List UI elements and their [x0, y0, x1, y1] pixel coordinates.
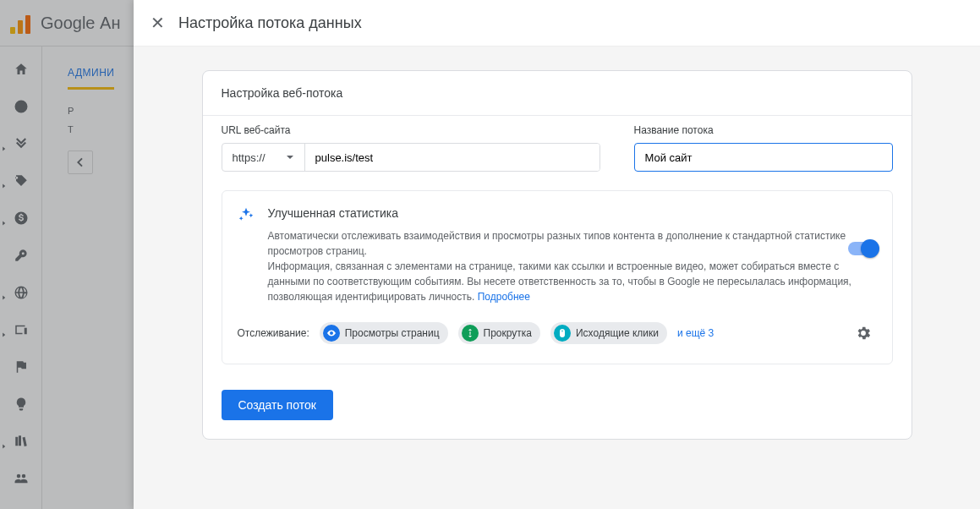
panel-title: Настройка потока данных — [178, 14, 362, 32]
sparkle-icon — [238, 206, 255, 227]
stream-name-label: Название потока — [634, 124, 893, 136]
card-title: Настройка веб-потока — [203, 71, 912, 115]
enhanced-toggle[interactable] — [848, 242, 877, 255]
chip-pageviews: Просмотры страниц — [320, 322, 448, 344]
panel-header: ✕ Настройка потока данных — [134, 0, 980, 47]
mouse-icon — [554, 325, 571, 342]
chevron-down-icon — [286, 153, 294, 161]
protocol-value: https:// — [233, 151, 266, 164]
gear-icon — [855, 325, 872, 342]
chip-outbound: Исходящие клики — [550, 322, 667, 344]
tracking-settings-button[interactable] — [850, 320, 877, 347]
enhanced-title: Улучшенная статистика — [268, 206, 877, 220]
tracking-label: Отслеживание: — [238, 327, 309, 339]
stream-setup-panel: ✕ Настройка потока данных Настройка веб-… — [134, 0, 980, 509]
panel-body: Настройка веб-потока URL веб-сайта https… — [134, 47, 980, 509]
create-stream-button[interactable]: Создать поток — [222, 390, 333, 420]
url-input-wrap: https:// — [222, 143, 600, 172]
more-tracking-link[interactable]: и ещё 3 — [677, 327, 714, 339]
enhanced-measurement-block: Улучшенная статистика Автоматически отсл… — [222, 190, 893, 364]
eye-icon — [323, 325, 340, 342]
close-icon[interactable]: ✕ — [151, 13, 165, 33]
chip-scroll: Прокрутка — [458, 322, 540, 344]
stream-name-input[interactable] — [634, 143, 893, 172]
form-row: URL веб-сайта https:// Название потока — [203, 116, 912, 190]
protocol-select[interactable]: https:// — [222, 144, 304, 171]
tracking-row: Отслеживание: Просмотры страниц Прокрутк… — [238, 320, 877, 347]
url-label: URL веб-сайта — [222, 124, 600, 136]
scroll-icon — [462, 325, 479, 342]
url-input[interactable] — [305, 144, 599, 171]
enhanced-desc: Автоматически отслеживать взаимодействия… — [268, 228, 877, 304]
web-stream-card: Настройка веб-потока URL веб-сайта https… — [202, 70, 912, 440]
learn-more-link[interactable]: Подробнее — [478, 291, 530, 303]
url-field: URL веб-сайта https:// — [222, 124, 600, 172]
stream-name-field: Название потока — [634, 124, 893, 172]
